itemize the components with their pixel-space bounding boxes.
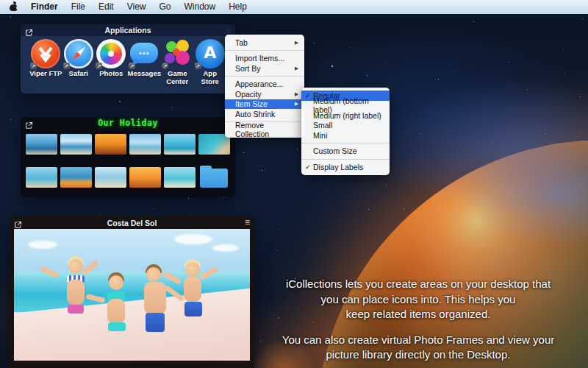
caption-line: picture library directly on the Desktop. — [271, 347, 565, 363]
holiday-titlebar: Our Holiday — [21, 117, 235, 129]
menu-item-label: Sort By — [235, 64, 260, 73]
photo-thumbnail[interactable] — [60, 134, 92, 155]
app-icon-safari[interactable]: ↗ Safari — [62, 39, 96, 85]
photo-thumbnail-row — [21, 134, 235, 155]
photos-icon: ↗ — [96, 39, 126, 68]
app-icon-app-store[interactable]: A ↗ App Store — [193, 39, 226, 85]
caption-line: You can also create virtual Photo Frames… — [271, 333, 565, 348]
menu-item-medium-bottom-label[interactable]: Medium (bottom label) — [301, 101, 390, 111]
menu-bar-item-finder[interactable]: Finder — [24, 0, 65, 14]
app-icon-label: Messages — [128, 70, 161, 78]
photo-thumbnail[interactable] — [60, 167, 92, 188]
photo-thumbnail[interactable] — [164, 134, 196, 155]
caption-line: iCollections lets you create areas on yo… — [271, 277, 565, 292]
photo-thumbnail[interactable] — [198, 134, 230, 155]
window-title: Our Holiday — [98, 118, 158, 128]
menu-item-label: Appearance... — [235, 79, 283, 88]
photo-thumbnail[interactable] — [129, 134, 161, 155]
menu-bar-item-file[interactable]: File — [65, 0, 92, 14]
menu-item-auto-shrink[interactable]: Auto Shrink — [225, 109, 304, 119]
export-icon[interactable] — [14, 219, 22, 227]
applications-collection-window: Applications ≡ ↗ Viper FTP ↗ Safari — [21, 24, 235, 93]
menu-item-label: Import Items... — [235, 54, 284, 63]
photo-thumbnail[interactable] — [26, 134, 57, 155]
app-store-icon: A ↗ — [196, 39, 225, 68]
item-size-submenu: ✓ Regular Medium (bottom label) Medium (… — [301, 88, 390, 175]
menu-bar-item-window[interactable]: Window — [178, 0, 223, 14]
menu-item-label: Auto Shrink — [235, 110, 275, 118]
submenu-arrow-icon: ▶ — [295, 91, 298, 97]
app-icon-label: App Store — [193, 70, 226, 85]
hamburger-menu-icon[interactable]: ≡ — [226, 25, 231, 35]
viper-ftp-icon: ↗ — [31, 39, 60, 68]
menu-item-label: Display Labels — [313, 163, 363, 171]
photo-person — [54, 258, 98, 346]
photo-person — [174, 261, 218, 349]
menu-bar-item-view[interactable]: View — [121, 0, 153, 14]
menu-item-remove-collection[interactable]: Remove Collection — [225, 125, 304, 135]
menu-item-small[interactable]: Small — [301, 121, 390, 131]
menu-item-sort-by[interactable]: Sort By ▶ — [225, 63, 304, 74]
alias-badge-icon: ↗ — [129, 63, 135, 69]
menu-separator — [301, 159, 390, 160]
menu-item-tab[interactable]: Tab ▶ — [225, 38, 304, 48]
app-icon-messages[interactable]: ••• ↗ Messages — [128, 39, 161, 85]
photo-frame-titlebar: Costa Del Sol ≡ — [10, 216, 254, 229]
hamburger-menu-icon[interactable]: ≡ — [245, 217, 250, 227]
checkmark-icon: ✓ — [305, 163, 313, 171]
photo-thumbnail[interactable] — [129, 167, 161, 188]
photo-thumbnail[interactable] — [164, 167, 196, 188]
menu-item-label: Medium (right label) — [313, 111, 381, 120]
app-icon-viper-ftp[interactable]: ↗ Viper FTP — [29, 39, 62, 85]
export-icon[interactable] — [25, 26, 33, 35]
apple-menu-icon[interactable] — [9, 2, 18, 12]
menu-item-import-items[interactable]: Import Items... — [225, 54, 304, 64]
app-icon-photos[interactable]: ↗ Photos — [95, 39, 128, 85]
applications-titlebar: Applications ≡ — [21, 24, 235, 36]
app-icon-game-center[interactable]: ↗ Game Center — [161, 39, 194, 85]
alias-badge-icon: ↗ — [30, 63, 37, 69]
menu-item-opacity[interactable]: Opacity ▶ — [225, 89, 304, 99]
app-icon-label: Viper FTP — [29, 70, 62, 78]
menu-bar: Finder File Edit View Go Window Help — [0, 0, 588, 14]
photo-thumbnail-row — [21, 167, 235, 188]
menu-item-label: Small — [313, 121, 332, 130]
menu-separator — [225, 76, 304, 77]
window-title: Costa Del Sol — [107, 219, 157, 227]
window-title: Applications — [104, 26, 151, 35]
messages-icon: ••• ↗ — [129, 39, 159, 68]
checkmark-icon: ✓ — [305, 92, 313, 99]
menu-item-label: Tab — [235, 38, 248, 47]
alias-badge-icon: ↗ — [96, 63, 102, 69]
menu-item-label: Remove Collection — [235, 121, 298, 138]
photo-frame-window: Costa Del Sol ≡ — [10, 216, 254, 368]
photo-thumbnail[interactable] — [26, 167, 57, 188]
safari-icon: ↗ — [64, 39, 93, 68]
desktop-background: Finder File Edit View Go Window Help App… — [0, 0, 588, 368]
menu-item-label: Custom Size — [313, 146, 357, 155]
alias-badge-icon: ↗ — [195, 63, 201, 69]
menu-item-mini[interactable]: Mini — [301, 130, 390, 141]
menu-item-label: Mini — [313, 131, 327, 140]
menu-item-appearance[interactable]: Appearance... — [225, 79, 304, 90]
menu-separator — [225, 50, 304, 51]
app-icon-label: Game Center — [161, 70, 194, 85]
menu-item-display-labels[interactable]: ✓ Display Labels — [301, 162, 390, 172]
menu-bar-item-edit[interactable]: Edit — [92, 0, 121, 14]
menu-item-item-size[interactable]: Item Size ▶ — [225, 99, 304, 110]
menu-item-custom-size[interactable]: Custom Size — [301, 146, 390, 157]
submenu-arrow-icon: ▶ — [295, 101, 298, 107]
menu-bar-item-help[interactable]: Help — [222, 0, 254, 14]
folder-icon[interactable] — [198, 167, 230, 188]
alias-badge-icon: ↗ — [63, 63, 70, 69]
photo-thumbnail[interactable] — [95, 167, 126, 188]
menu-bar-item-go[interactable]: Go — [153, 0, 178, 14]
menu-item-medium-right-label[interactable]: Medium (right label) — [301, 110, 390, 121]
caption-line: keep related items organized. — [271, 307, 565, 322]
app-icons-row: ↗ Viper FTP ↗ Safari ↗ Photos — [21, 36, 235, 85]
collection-context-menu: Tab ▶ Import Items... Sort By ▶ Appearan… — [225, 35, 304, 138]
app-icon-label: Safari — [69, 70, 88, 78]
photo-thumbnail[interactable] — [95, 134, 126, 155]
beach-photo[interactable] — [14, 229, 250, 361]
export-icon[interactable] — [25, 119, 33, 127]
